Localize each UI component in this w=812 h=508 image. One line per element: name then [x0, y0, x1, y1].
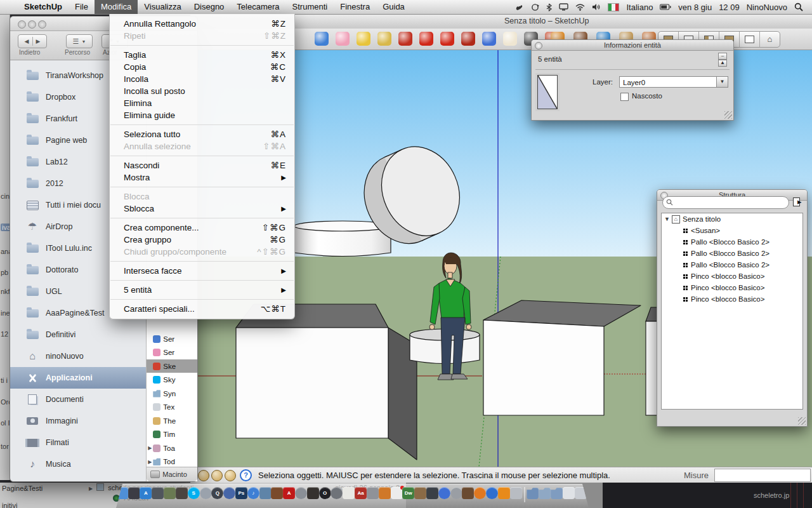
dock-icon-folder-docs[interactable] — [551, 487, 563, 499]
menu-item-annulla-rettangolo[interactable]: Annulla Rettangolo⌘Z — [110, 18, 294, 30]
menubar-time[interactable]: 12 09 — [719, 3, 740, 12]
menubar-item-finestra[interactable]: Finestra — [334, 0, 376, 14]
menubar-item-telecamera[interactable]: Telecamera — [230, 0, 285, 14]
app-list-item[interactable]: Ser — [147, 332, 197, 345]
dock-icon-dreamweaver[interactable]: Dw — [402, 487, 414, 499]
sidebar-item-documenti[interactable]: Documenti — [10, 389, 146, 410]
geolocation-icon[interactable] — [198, 470, 209, 481]
menu-item-seleziona-tutto[interactable]: Seleziona tutto⌘A — [110, 128, 294, 140]
zoom-icon[interactable] — [38, 20, 46, 29]
dock-icon-camera-app[interactable] — [152, 487, 164, 499]
entity-info-titlebar[interactable]: Informazioni entità — [532, 40, 733, 51]
menu-item-mostra[interactable]: Mostra▶ — [110, 171, 294, 184]
dock-icon-launchpad[interactable] — [128, 487, 140, 499]
dock-icon-safari[interactable] — [438, 487, 450, 499]
path-button[interactable]: ☰ ▼ — [66, 34, 93, 48]
menu-item-caratteri-speciali[interactable]: Caratteri speciali...⌥⌘T — [110, 303, 294, 315]
sidebar-item-immagini[interactable]: Immagini — [10, 410, 146, 432]
dock-icon-pencil-app[interactable] — [367, 487, 379, 499]
move-tool-icon[interactable] — [419, 32, 433, 46]
eraser-tool-icon[interactable] — [336, 32, 350, 46]
measure-input[interactable] — [714, 469, 811, 482]
phone-icon[interactable] — [515, 3, 524, 11]
italian-flag-icon[interactable] — [608, 3, 619, 11]
back-icon[interactable]: ◀ — [25, 38, 29, 44]
close-icon[interactable] — [535, 42, 542, 50]
menu-item-incolla-sul-posto[interactable]: Incolla sul posto — [110, 85, 294, 97]
menu-item-incolla[interactable]: Incolla⌘V — [110, 73, 294, 85]
dock-icon-garageband[interactable] — [271, 487, 283, 499]
menu-item-sblocca[interactable]: Sblocca▶ — [110, 203, 294, 215]
select-tool-icon[interactable] — [315, 32, 329, 46]
claim-icon[interactable] — [225, 470, 236, 481]
disclosure-icon[interactable]: ▶ — [147, 445, 153, 451]
dock-icon-itunes[interactable]: ♪ — [247, 487, 259, 499]
outliner-item[interactable]: Pinco <blocco Basico> — [662, 271, 802, 282]
help-icon[interactable]: ? — [240, 469, 252, 481]
sidebar-item-applicazioni[interactable]: Applicazioni — [10, 367, 146, 389]
dock-icon-skype[interactable]: S — [188, 487, 200, 499]
spotlight-icon[interactable] — [794, 3, 803, 11]
disclosure-icon[interactable]: ▶ — [147, 459, 153, 465]
sidebar-item-ninonuovo[interactable]: ⌂ninoNuovo — [10, 345, 146, 367]
pan-tool-icon[interactable] — [503, 32, 517, 46]
dock-icon-dashed-circle-2[interactable] — [450, 487, 462, 499]
follow-me-tool-icon[interactable] — [461, 32, 475, 46]
dock-icon-folder-user[interactable] — [539, 487, 551, 499]
menu-item-nascondi[interactable]: Nascondi⌘E — [110, 159, 294, 171]
menubar-item-guida[interactable]: Guida — [376, 0, 411, 14]
battery-icon[interactable] — [660, 4, 671, 10]
tape-measure-tool-icon[interactable] — [357, 32, 370, 46]
menubar-item-sketchup[interactable]: SketchUp — [18, 0, 69, 14]
outliner-search-input[interactable] — [676, 197, 786, 208]
app-list-item[interactable]: Tim — [147, 428, 197, 441]
menu-item-interseca-facce[interactable]: Interseca facce▶ — [110, 265, 294, 277]
dock-icon-mail[interactable] — [259, 487, 272, 499]
dock-icon-photoshop[interactable]: Ps — [235, 487, 247, 499]
dock-icon-iphoto[interactable] — [426, 487, 438, 499]
wifi-icon[interactable] — [575, 4, 585, 11]
chevron-down-icon[interactable]: ▼ — [716, 77, 728, 87]
dock-icon-orange-app[interactable] — [379, 487, 391, 499]
app-list-item[interactable]: The — [147, 414, 197, 427]
dock-icon-vlc[interactable] — [498, 487, 510, 499]
credit-icon[interactable] — [211, 470, 223, 481]
menu-item-taglia[interactable]: Taglia⌘X — [110, 49, 294, 61]
dock-icon-photos-app[interactable] — [176, 487, 188, 499]
menubar-item-modifica[interactable]: Modifica — [95, 0, 138, 14]
dock-icon-dictionary[interactable]: Aa — [355, 487, 367, 499]
layer-select[interactable]: Layer0 ▼ — [619, 76, 728, 88]
app-list-item[interactable]: ▶Tod — [147, 455, 197, 469]
dock-icon-garage-dog[interactable] — [462, 487, 474, 499]
collapse-icon[interactable]: – — [718, 53, 727, 60]
rollup-widget[interactable]: –▲ — [718, 53, 727, 67]
outliner-item[interactable]: <Susan> — [662, 225, 802, 236]
house-toggle-button[interactable]: ⌂ — [760, 32, 780, 47]
outliner-item[interactable]: Pallo <Blocco Basico 2> — [662, 236, 802, 248]
forward-icon[interactable]: ▶ — [36, 38, 41, 44]
sidebar-item-filmati[interactable]: Filmati — [10, 432, 146, 453]
input-language[interactable]: Italiano — [626, 3, 653, 12]
push-pull-tool-icon[interactable] — [398, 32, 412, 46]
dock-icon-stack-docs[interactable] — [563, 487, 575, 499]
menu-item-crea-gruppo[interactable]: Crea gruppo⌘G — [110, 234, 294, 246]
outliner-item[interactable]: Pinco <blocco Basico> — [662, 282, 802, 293]
dock-icon-notebook[interactable] — [414, 487, 426, 499]
back-forward-buttons[interactable]: ◀ ▶ — [18, 34, 47, 48]
menubar-date[interactable]: ven 8 giu — [678, 3, 712, 12]
disclosure-icon[interactable]: ▼ — [664, 216, 672, 222]
outliner-search[interactable] — [662, 196, 789, 209]
menubar-item-disegno[interactable]: Disegno — [188, 0, 231, 14]
menubar-item-visualizza[interactable]: Visualizza — [138, 0, 187, 14]
plan-toggle-button[interactable] — [740, 32, 760, 47]
menubar-item-strumenti[interactable]: Strumenti — [286, 0, 334, 14]
outliner-item[interactable]: Pinco <blocco Basico> — [662, 293, 802, 305]
filter-button[interactable]: ▸ — [793, 196, 803, 208]
app-list-item[interactable]: Ser — [147, 346, 197, 359]
dock-icon-blue-globe[interactable] — [486, 487, 498, 499]
dock-icon-dashed-circle[interactable] — [295, 487, 307, 499]
expand-icon[interactable]: ▲ — [718, 60, 727, 67]
dock-icon-acrobat[interactable]: A — [283, 487, 295, 499]
resize-grip[interactable] — [724, 111, 732, 119]
outliner-item[interactable]: Pallo <Blocco Basico 2> — [662, 248, 802, 259]
